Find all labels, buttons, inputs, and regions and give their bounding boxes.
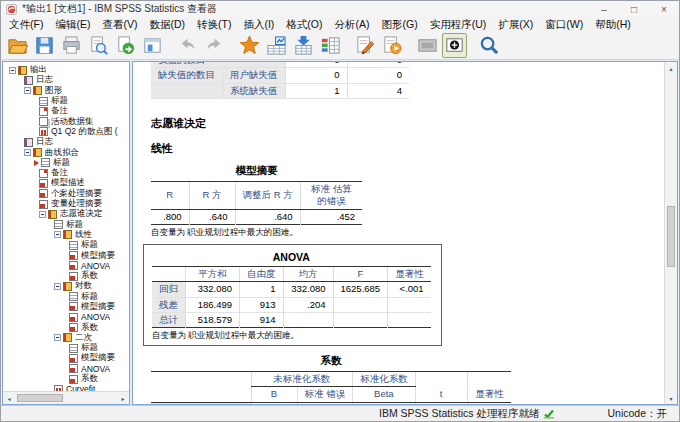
scroll-left-icon[interactable]: ◂ xyxy=(3,392,15,404)
group-book-icon xyxy=(48,210,57,219)
menu-transform[interactable]: 转换(T) xyxy=(191,18,237,32)
table-footnote: 自变量为 职业规划过程中最大的困难。 xyxy=(152,330,431,342)
chart-icon xyxy=(39,127,48,136)
menu-edit[interactable]: 编辑(E) xyxy=(49,18,96,32)
tree-item-quadratic[interactable]: 二次 xyxy=(3,333,129,343)
print-preview-icon[interactable] xyxy=(86,33,111,58)
tree-item-linear[interactable]: 线性 xyxy=(3,230,129,240)
collapse-icon[interactable] xyxy=(54,283,61,290)
find-icon[interactable] xyxy=(477,33,502,58)
scrollbar-thumb[interactable] xyxy=(667,206,675,268)
menu-file[interactable]: 文件(F) xyxy=(3,18,49,32)
window-title: *输出1 [文档1] - IBM SPSS Statistics 查看器 xyxy=(22,2,589,16)
tree-item[interactable]: 标题 xyxy=(3,219,129,229)
notes-icon xyxy=(39,169,48,178)
close-button[interactable]: × xyxy=(649,1,679,17)
goto-variable-icon[interactable] xyxy=(318,33,343,58)
outline-tree: 输出 日志 图形 标题 备注 活动数据集 Q1 Q2 的散点图 ( 日志 曲线拟… xyxy=(3,65,129,391)
run-script-icon[interactable] xyxy=(380,33,405,58)
menu-utilities[interactable]: 实用程序(U) xyxy=(424,18,493,32)
outline-pane: 输出 日志 图形 标题 备注 活动数据集 Q1 Q2 的散点图 ( 日志 曲线拟… xyxy=(2,61,130,405)
goto-data-icon[interactable] xyxy=(264,33,289,58)
menu-analyze[interactable]: 分析(A) xyxy=(329,18,376,32)
quadratic-book-icon xyxy=(63,333,72,342)
menu-window[interactable]: 窗口(W) xyxy=(539,18,589,32)
maximize-button[interactable]: □ xyxy=(619,1,649,17)
dataset-icon xyxy=(39,117,48,126)
menu-extensions[interactable]: 扩展(X) xyxy=(492,18,539,32)
tree-item[interactable]: 系数 xyxy=(3,271,129,281)
scroll-right-icon[interactable]: ▸ xyxy=(117,392,129,404)
table-title: ANOVA xyxy=(152,251,431,263)
section-heading: 志愿谁决定 xyxy=(151,116,206,131)
tree-item-logarithmic[interactable]: 对数 xyxy=(3,281,129,291)
edit-output-icon[interactable] xyxy=(353,33,378,58)
tree-item[interactable]: ANOVA xyxy=(3,261,129,271)
subsection-heading: 线性 xyxy=(151,141,173,156)
tree-item[interactable]: ANOVA xyxy=(3,364,129,374)
goto-case-icon[interactable] xyxy=(291,33,316,58)
menu-graphs[interactable]: 图形(G) xyxy=(376,18,424,32)
tree-item-output[interactable]: 输出 xyxy=(3,65,129,75)
tree-item[interactable]: ANOVA xyxy=(3,312,129,322)
menu-help[interactable]: 帮助(H) xyxy=(589,18,637,32)
table-icon xyxy=(69,261,78,270)
tree-item[interactable]: 系数 xyxy=(3,322,129,332)
tree-item-scatterplot[interactable]: Q1 Q2 的散点图 ( xyxy=(3,127,129,137)
scrollbar-thumb[interactable] xyxy=(17,394,63,402)
content-vertical-scrollbar[interactable]: ▴ ▾ xyxy=(664,62,677,404)
redo-icon[interactable] xyxy=(202,33,227,58)
table-icon xyxy=(69,323,78,332)
table-icon xyxy=(69,354,78,363)
collapse-icon[interactable] xyxy=(54,334,61,341)
tree-item[interactable]: 模型摘要 xyxy=(3,250,129,260)
undo-icon[interactable] xyxy=(175,33,200,58)
print-icon[interactable] xyxy=(59,33,84,58)
graph-book-icon xyxy=(33,86,42,95)
log-icon xyxy=(24,76,33,85)
table-icon xyxy=(69,364,78,373)
export-output-icon[interactable] xyxy=(113,33,138,58)
collapse-icon[interactable] xyxy=(24,149,31,156)
missing-values-table[interactable]: 负值的数目 0 0 缺失值的数目 用户缺失值 0 0 xyxy=(151,62,409,99)
tree-item[interactable]: 模型摘要 xyxy=(3,353,129,363)
spss-app-icon xyxy=(6,4,17,15)
title-page-icon xyxy=(41,158,50,167)
title-page-icon xyxy=(69,344,78,353)
table-title: 模型摘要 xyxy=(151,164,362,178)
save-file-icon[interactable] xyxy=(32,33,57,58)
processor-status-text: IBM SPSS Statistics 处理程序就绪 xyxy=(379,407,539,421)
coefficients-block[interactable]: 系数 未标准化系数 标准化系数 xyxy=(151,354,511,404)
unicode-status-text: Unicode：开 xyxy=(607,407,667,421)
anova-block-selected[interactable]: ANOVA 平方和 自由度 均方 F 显著性 xyxy=(143,244,442,346)
recall-dialogs-icon[interactable] xyxy=(140,33,165,58)
tree-item[interactable]: 模型摘要 xyxy=(3,302,129,312)
scroll-up-icon[interactable]: ▴ xyxy=(665,62,677,74)
table-row: 职业规划过程中最大的困难 .724 .018 .800 40.320 <.001 xyxy=(151,402,511,404)
select-last-output-icon[interactable] xyxy=(442,33,467,58)
collapse-icon[interactable] xyxy=(9,67,16,74)
log-book-icon xyxy=(63,282,72,291)
model-summary-block[interactable]: 模型摘要 R R 方 调整后 R 方 标准 估算的错误 xyxy=(151,164,362,239)
title-page-icon xyxy=(69,241,78,250)
table-icon xyxy=(39,200,48,209)
tree-item-curvefit-chart[interactable]: Curvefit xyxy=(3,384,129,391)
output-display-icon[interactable] xyxy=(415,33,440,58)
tree-item[interactable]: 系数 xyxy=(3,374,129,384)
outline-horizontal-scrollbar[interactable]: ◂ ▸ xyxy=(3,391,129,404)
designate-window-icon[interactable] xyxy=(237,33,262,58)
table-row: 回归 332.080 1 332.080 1625.685 <.001 xyxy=(152,282,431,297)
collapse-icon[interactable] xyxy=(54,231,61,238)
tree-item-log[interactable]: 日志 xyxy=(3,75,129,85)
open-file-icon[interactable] xyxy=(5,33,30,58)
minimize-button[interactable]: – xyxy=(589,1,619,17)
scroll-down-icon[interactable]: ▾ xyxy=(665,392,677,404)
menu-format[interactable]: 格式(O) xyxy=(280,18,328,32)
collapse-icon[interactable] xyxy=(24,87,31,94)
menu-data[interactable]: 数据(D) xyxy=(143,18,191,32)
menu-view[interactable]: 查看(V) xyxy=(96,18,143,32)
linear-book-icon xyxy=(63,230,72,239)
menu-insert[interactable]: 插入(I) xyxy=(237,18,280,32)
collapse-icon[interactable] xyxy=(39,211,46,218)
status-bar: IBM SPSS Statistics 处理程序就绪 Unicode：开 xyxy=(1,405,679,421)
